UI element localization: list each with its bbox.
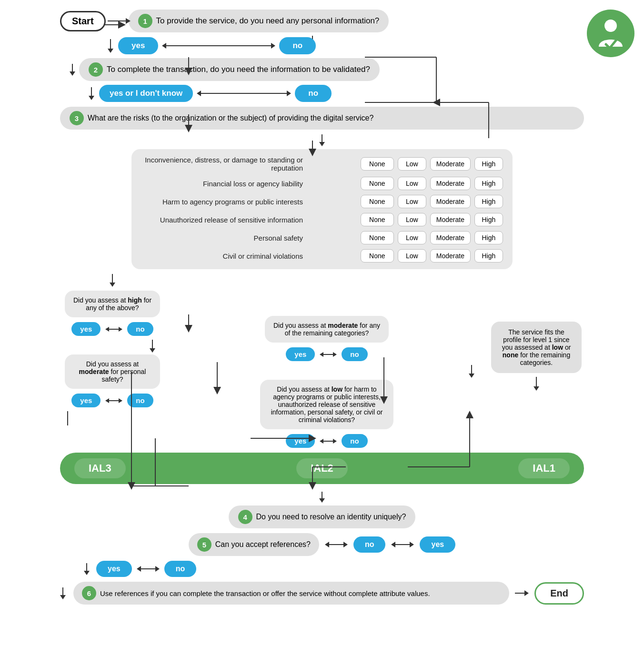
step5-text: Can you accept references?: [215, 540, 311, 549]
low-harm-yes-btn[interactable]: yes: [286, 434, 315, 448]
risk-option-moderate-2[interactable]: Moderate: [430, 195, 471, 208]
risk-option-moderate-3[interactable]: Moderate: [430, 213, 471, 226]
risk-option-moderate-1[interactable]: Moderate: [430, 177, 471, 190]
ial-bar: IAL3 IAL2 IAL1: [60, 453, 584, 484]
step2-text: To complete the transaction, do you need…: [107, 65, 370, 74]
moderate-personal-safety-box: Did you assess at moderate for personal …: [65, 354, 160, 389]
risk-row-1: Financial loss or agency liability None …: [141, 177, 503, 190]
risk-row-2: Harm to agency programs or public intere…: [141, 195, 503, 208]
step4-question: 4 Do you need to resolve an identity uni…: [229, 505, 416, 528]
step1-question: 1 To provide the service, do you need an…: [129, 10, 389, 32]
risk-label-3: Unauthorized release of sensitive inform…: [141, 216, 303, 224]
end-node: End: [534, 582, 584, 605]
high-no-btn[interactable]: no: [127, 322, 153, 336]
risk-option-none-3[interactable]: None: [361, 213, 394, 226]
risk-option-none-5[interactable]: None: [361, 249, 394, 263]
risk-option-low-4[interactable]: Low: [398, 231, 426, 244]
step2-number: 2: [89, 62, 103, 77]
mod-remaining-yes-btn[interactable]: yes: [286, 347, 315, 361]
mod-safety-yes-btn[interactable]: yes: [71, 394, 101, 407]
step4-yes-btn[interactable]: yes: [420, 536, 455, 553]
risk-option-moderate-5[interactable]: Moderate: [430, 249, 471, 263]
risk-option-low-5[interactable]: Low: [398, 249, 426, 263]
svg-point-0: [604, 20, 617, 32]
step5-no-btn[interactable]: no: [164, 561, 197, 577]
step6-text: Use references if you can complete the t…: [100, 589, 430, 597]
moderate-remaining-box: Did you assess at moderate for any of th…: [265, 316, 389, 343]
person-icon-circle: [587, 10, 634, 57]
risk-option-low-2[interactable]: Low: [398, 195, 426, 208]
risk-label-0: Inconvenience, distress, or damage to st…: [141, 156, 303, 172]
step1-yes-btn[interactable]: yes: [118, 37, 158, 54]
risk-label-5: Civil or criminal violations: [141, 252, 303, 260]
risk-label-2: Harm to agency programs or public intere…: [141, 198, 303, 206]
high-decision-box: Did you assess at high for any of the ab…: [65, 291, 160, 317]
risk-label-4: Personal safety: [141, 234, 303, 242]
step1-no-btn[interactable]: no: [279, 37, 316, 54]
risk-row-0: Inconvenience, distress, or damage to st…: [141, 156, 503, 172]
person-checkmark-icon: [596, 18, 625, 49]
high-yes-btn[interactable]: yes: [71, 322, 101, 336]
risk-row-4: Personal safety None Low Moderate High: [141, 231, 503, 244]
ial2-label: IAL2: [296, 458, 348, 478]
low-harm-box: Did you assess at low for harm to agency…: [260, 380, 393, 429]
risk-option-none-2[interactable]: None: [361, 195, 394, 208]
risk-option-none-4[interactable]: None: [361, 231, 394, 244]
step2-yes-dont-know-btn[interactable]: yes or I don't know: [99, 85, 193, 102]
level1-profile-box: The service fits the profile for level 1…: [491, 322, 582, 373]
risk-option-low-3[interactable]: Low: [398, 213, 426, 226]
step6-question: 6 Use references if you can complete the…: [73, 582, 509, 605]
risk-option-high-4[interactable]: High: [474, 231, 503, 244]
risk-row-3: Unauthorized release of sensitive inform…: [141, 213, 503, 226]
risk-option-high-3[interactable]: High: [474, 213, 503, 226]
step4-number: 4: [238, 510, 252, 524]
risk-option-low-0[interactable]: Low: [398, 157, 426, 171]
mod-safety-no-btn[interactable]: no: [127, 394, 153, 407]
step3-text: What are the risks (to the organization …: [88, 114, 373, 122]
ial3-label: IAL3: [74, 458, 126, 478]
start-label: Start: [72, 16, 94, 26]
risk-option-high-5[interactable]: High: [474, 249, 503, 263]
risk-option-low-1[interactable]: Low: [398, 177, 426, 190]
risk-row-5: Civil or criminal violations None Low Mo…: [141, 249, 503, 263]
step3-number: 3: [70, 111, 84, 125]
start-node: Start: [60, 11, 106, 31]
mod-remaining-no-btn[interactable]: no: [342, 347, 367, 361]
step5-question: 5 Can you accept references?: [189, 533, 319, 556]
risk-label-1: Financial loss or agency liability: [141, 180, 303, 188]
step6-number: 6: [82, 586, 96, 600]
risk-option-high-2[interactable]: High: [474, 195, 503, 208]
step2-question: 2 To complete the transaction, do you ne…: [79, 58, 380, 81]
step4-text: Do you need to resolve an identity uniqu…: [256, 513, 406, 521]
step2-no-btn[interactable]: no: [295, 85, 332, 102]
step3-question: 3 What are the risks (to the organizatio…: [60, 107, 584, 130]
risk-option-high-0[interactable]: High: [474, 157, 503, 171]
ial1-label: IAL1: [518, 458, 570, 478]
risk-option-high-1[interactable]: High: [474, 177, 503, 190]
start-arrow: [108, 20, 127, 21]
risk-option-none-1[interactable]: None: [361, 177, 394, 190]
step1-text: To provide the service, do you need any …: [156, 16, 380, 26]
risk-option-moderate-0[interactable]: Moderate: [430, 157, 471, 171]
step5-yes-btn[interactable]: yes: [96, 561, 132, 577]
risk-option-none-0[interactable]: None: [361, 157, 394, 171]
low-harm-no-btn[interactable]: no: [342, 434, 367, 448]
step1-number: 1: [138, 14, 152, 28]
step4-no-btn[interactable]: no: [353, 536, 386, 553]
risk-table: Inconvenience, distress, or damage to st…: [131, 149, 513, 269]
step5-number: 5: [197, 537, 211, 552]
risk-option-moderate-4[interactable]: Moderate: [430, 231, 471, 244]
